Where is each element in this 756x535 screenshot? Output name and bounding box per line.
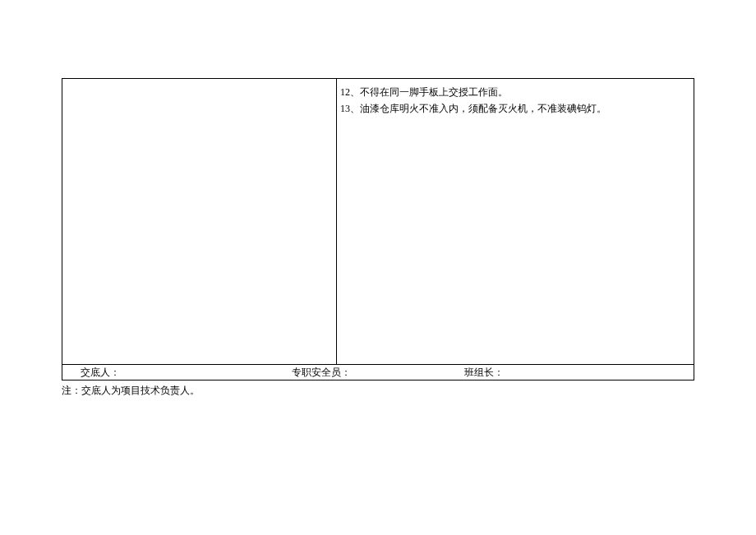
document-table: 12、不得在同一脚手板上交授工作面。 13、油漆仓库明火不准入内，须配备灭火机，… <box>62 78 694 397</box>
signature-person1-label: 交底人： <box>62 366 292 380</box>
content-line-13: 13、油漆仓库明火不准入内，须配备灭火机，不准装碘钨灯。 <box>340 100 690 117</box>
footer-note: 注：交底人为项目技术负责人。 <box>62 380 694 397</box>
signature-person3-label: 班组长： <box>464 366 694 380</box>
signature-row: 交底人： 专职安全员： 班组长： <box>62 364 694 380</box>
left-empty-cell <box>62 79 337 364</box>
signature-person2-label: 专职安全员： <box>292 366 464 380</box>
right-content-cell: 12、不得在同一脚手板上交授工作面。 13、油漆仓库明火不准入内，须配备灭火机，… <box>337 79 694 364</box>
content-line-12: 12、不得在同一脚手板上交授工作面。 <box>340 84 690 100</box>
content-row: 12、不得在同一脚手板上交授工作面。 13、油漆仓库明火不准入内，须配备灭火机，… <box>62 78 694 364</box>
